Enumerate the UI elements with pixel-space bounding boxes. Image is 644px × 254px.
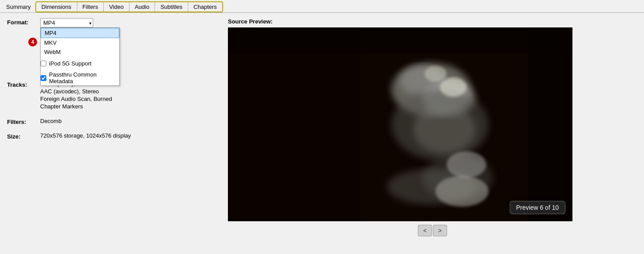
svg-rect-14 xyxy=(528,27,572,221)
tracks-label: Tracks: xyxy=(7,81,40,88)
dropdown-item-mkv[interactable]: MKV xyxy=(41,38,119,47)
svg-rect-13 xyxy=(228,27,360,221)
filters-value: Decomb xyxy=(40,118,219,124)
svg-point-9 xyxy=(436,176,489,207)
main-content: Format: MP4 MKV WebM ▾ 4 MP4 MKV xyxy=(0,13,644,242)
filters-row: Filters: Decomb xyxy=(7,118,219,125)
format-row: Format: MP4 MKV WebM ▾ 4 MP4 MKV xyxy=(7,18,219,27)
dropdown-item-mp4[interactable]: MP4 xyxy=(41,28,119,38)
passthru-label: Passthru Common Metadata xyxy=(49,71,119,85)
preview-svg xyxy=(228,27,572,221)
track-2: AAC (avcodec), Stereo xyxy=(40,88,219,95)
right-panel: Source Preview: xyxy=(228,18,637,236)
nav-buttons: < > xyxy=(228,225,637,236)
ipod-row: iPod 5G Support xyxy=(41,59,119,68)
tab-bar: Summary Dimensions Filters Video Audio S… xyxy=(0,0,644,13)
svg-point-10 xyxy=(440,77,466,97)
dropdown-item-webm[interactable]: WebM xyxy=(41,47,119,57)
app-container: Summary Dimensions Filters Video Audio S… xyxy=(0,0,644,254)
size-label: Size: xyxy=(7,132,40,140)
track-4: Chapter Markers xyxy=(40,103,219,110)
passthru-row: Passthru Common Metadata xyxy=(41,70,119,85)
format-select-wrapper: MP4 MKV WebM ▾ 4 MP4 MKV WebM xyxy=(40,18,93,27)
svg-point-6 xyxy=(413,105,475,154)
tab-dimensions[interactable]: Dimensions xyxy=(36,2,77,12)
preview-image[interactable]: Preview 6 of 10 xyxy=(228,27,572,221)
size-value: 720x576 storage, 1024x576 display xyxy=(40,132,219,139)
size-row: Size: 720x576 storage, 1024x576 display xyxy=(7,132,219,140)
outlined-tab-group: Dimensions Filters Video Audio Subtitles… xyxy=(35,1,223,12)
tab-audio[interactable]: Audio xyxy=(129,2,155,12)
prev-button[interactable]: < xyxy=(418,225,432,236)
svg-point-11 xyxy=(424,66,447,82)
svg-point-12 xyxy=(447,151,486,178)
ipod-label: iPod 5G Support xyxy=(49,60,91,67)
badge-4: 4 xyxy=(28,38,37,46)
preview-badge: Preview 6 of 10 xyxy=(510,201,566,214)
tab-chapters[interactable]: Chapters xyxy=(188,2,222,12)
format-select[interactable]: MP4 MKV WebM xyxy=(40,18,93,27)
tab-subtitles[interactable]: Subtitles xyxy=(155,2,188,12)
passthru-checkbox[interactable] xyxy=(41,75,46,81)
left-panel: Format: MP4 MKV WebM ▾ 4 MP4 MKV xyxy=(7,18,219,236)
filters-label: Filters: xyxy=(7,118,40,125)
tab-filters[interactable]: Filters xyxy=(77,2,104,12)
format-content: MP4 MKV WebM ▾ 4 MP4 MKV WebM xyxy=(40,18,219,27)
tab-summary[interactable]: Summary xyxy=(2,2,35,12)
track-3: Foreign Audio Scan, Burned xyxy=(40,96,219,102)
format-dropdown-menu: 4 MP4 MKV WebM iPod 5G Support Passthru … xyxy=(40,27,120,86)
next-button[interactable]: > xyxy=(433,225,447,236)
format-label: Format: xyxy=(7,18,40,26)
tab-video[interactable]: Video xyxy=(104,2,129,12)
preview-label: Source Preview: xyxy=(228,18,637,25)
svg-rect-15 xyxy=(228,27,572,54)
ipod-checkbox[interactable] xyxy=(41,61,46,66)
